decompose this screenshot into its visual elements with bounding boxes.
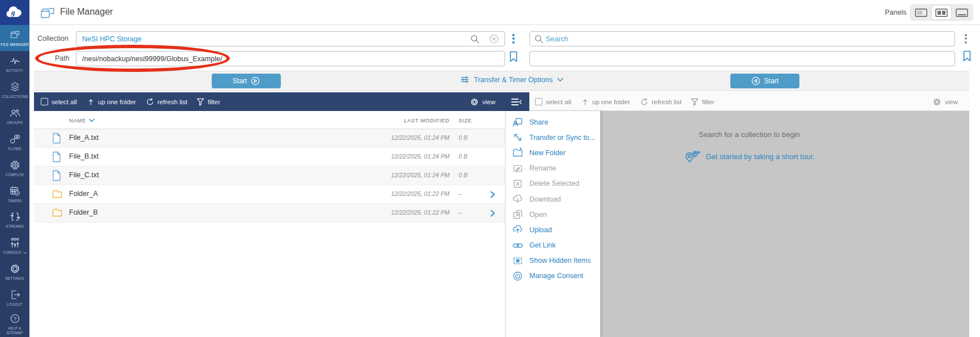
sidebar-item-label: LOGOUT xyxy=(6,302,23,307)
start-transfer-left-button[interactable]: Start xyxy=(212,74,281,88)
globus-logo[interactable]: g xyxy=(0,0,29,25)
folder-size: – xyxy=(459,209,462,216)
collections-icon xyxy=(9,81,21,93)
menu-item-share[interactable]: Share xyxy=(506,114,600,130)
chevron-down-icon xyxy=(557,78,563,82)
file-list-header: NAME LAST MODIFIED SIZE xyxy=(34,111,505,129)
view-button-left[interactable]: view xyxy=(470,92,495,111)
select-all-checkbox-right[interactable] xyxy=(535,98,542,105)
path-input[interactable] xyxy=(76,51,505,66)
select-all-label-right: select all xyxy=(546,99,571,105)
tour-link[interactable]: Get started by taking a short tour. xyxy=(705,152,814,161)
column-header-name[interactable]: NAME xyxy=(69,111,95,129)
table-row-folder-b[interactable]: Folder_B 12/22/2025, 01:22 PM – xyxy=(34,204,505,223)
gear-icon xyxy=(932,97,942,106)
view-label-right: view xyxy=(945,99,958,105)
rename-icon xyxy=(512,163,523,174)
table-row-folder-a[interactable]: Folder_A 12/22/2025, 01:22 PM – xyxy=(34,185,505,204)
filter-button-right[interactable]: filter xyxy=(691,92,714,111)
up-one-folder-button-right[interactable]: up one folder xyxy=(581,92,630,111)
transfer-timer-options-label: Transfer & Timer Options xyxy=(474,76,553,84)
refresh-list-button-right[interactable]: refresh list xyxy=(640,92,682,111)
menu-item-new-folder[interactable]: New Folder xyxy=(506,145,600,160)
refresh-list-label: refresh list xyxy=(157,99,187,105)
transfer-sync-icon xyxy=(512,132,523,143)
sidebar-item-collections[interactable]: COLLECTIONS xyxy=(0,77,29,103)
sidebar-item-compute[interactable]: COMPUTE xyxy=(0,155,29,181)
view-label-left: view xyxy=(482,99,495,105)
file-list: NAME LAST MODIFIED SIZE File_A.txt 12/22… xyxy=(34,111,506,337)
open-folder-chevron-icon[interactable] xyxy=(490,191,495,198)
compute-icon xyxy=(9,159,21,171)
menu-item-show-hidden-items[interactable]: Show Hidden Items xyxy=(506,253,600,268)
menu-item-upload[interactable]: Upload xyxy=(506,222,600,237)
view-button-right[interactable]: view xyxy=(932,92,958,111)
up-one-folder-button[interactable]: up one folder xyxy=(87,92,136,111)
file-name: File_B.txt xyxy=(69,152,99,160)
up-one-folder-label: up one folder xyxy=(98,99,136,105)
sidebar-item-groups[interactable]: GROUPS xyxy=(0,103,29,129)
collection-clear-icon[interactable] xyxy=(489,34,499,44)
tour-pin-icon xyxy=(684,150,701,163)
collection-search-icon[interactable] xyxy=(470,35,480,44)
single-panel-icon xyxy=(915,8,927,17)
folder-size: – xyxy=(459,190,462,197)
path-label: Path xyxy=(55,54,70,62)
collection-options-menu-icon[interactable] xyxy=(510,32,517,45)
open-folder-chevron-icon[interactable] xyxy=(490,210,495,217)
table-row-file-a[interactable]: File_A.txt 12/22/2025, 01:24 PM 0 B xyxy=(34,129,505,148)
start-right-label: Start xyxy=(764,77,778,85)
menu-item-get-link[interactable]: Get Link xyxy=(506,238,600,253)
filter-label: filter xyxy=(208,99,220,105)
panels-double-button[interactable] xyxy=(932,6,951,19)
bookmark-icon-left[interactable] xyxy=(509,51,518,63)
filter-icon xyxy=(691,98,699,106)
groups-icon xyxy=(9,107,21,119)
select-all-checkbox[interactable] xyxy=(41,98,48,105)
play-right-icon xyxy=(251,76,260,86)
search-input[interactable] xyxy=(529,31,955,46)
svg-text:?: ? xyxy=(13,315,16,322)
sidebar-item-label: GROUPS xyxy=(6,121,24,125)
chevron-down-icon xyxy=(23,251,27,254)
start-transfer-right-button[interactable]: Start xyxy=(730,74,799,88)
start-left-label: Start xyxy=(233,77,247,85)
search-options-menu-icon[interactable] xyxy=(962,32,969,45)
sidebar-item-activity[interactable]: ACTIVITY xyxy=(0,51,29,77)
up-one-folder-label-right: up one folder xyxy=(592,99,630,105)
menu-item-transfer-or-sync[interactable]: Transfer or Sync to... xyxy=(506,130,600,145)
table-row-file-b[interactable]: File_B.txt 12/22/2025, 01:24 PM 0 B xyxy=(34,148,505,167)
column-header-size[interactable]: SIZE xyxy=(459,111,472,129)
folder-name: Folder_B xyxy=(69,208,98,216)
panels-single-button[interactable] xyxy=(911,6,931,19)
right-panel-toolbar: select all up one folder refresh list fi… xyxy=(529,92,969,111)
panels-full-button[interactable] xyxy=(952,6,972,19)
sidebar-item-timers[interactable]: TIMERS xyxy=(0,181,29,207)
table-row-file-c[interactable]: File_C.txt 12/22/2025, 01:24 PM 0 B xyxy=(34,167,505,185)
sidebar-item-settings[interactable]: SETTINGS xyxy=(0,259,29,285)
select-all-button-right[interactable]: select all xyxy=(535,92,571,111)
delete-icon xyxy=(512,178,523,189)
show-hidden-icon xyxy=(512,255,523,266)
refresh-list-button[interactable]: refresh list xyxy=(146,92,187,111)
menu-item-manage-consent[interactable]: Manage Consent xyxy=(506,268,600,284)
sidebar-item-flows[interactable]: FLOWS xyxy=(0,129,29,155)
header xyxy=(29,0,980,25)
collection-input[interactable] xyxy=(76,31,505,46)
filter-button[interactable]: filter xyxy=(196,92,220,111)
column-header-last-modified[interactable]: LAST MODIFIED xyxy=(404,111,450,129)
sidebar-item-streams[interactable]: STREAMS xyxy=(0,207,29,233)
transfer-timer-options[interactable]: Transfer & Timer Options xyxy=(460,75,563,84)
download-icon xyxy=(512,194,523,204)
gear-icon xyxy=(470,97,479,106)
sidebar-item-help-sitemap[interactable]: ? HELP & SITEMAP xyxy=(0,311,29,337)
open-icon xyxy=(512,209,523,220)
sidebar-item-file-manager[interactable]: FILE MANAGER xyxy=(0,25,29,51)
bookmark-icon-right[interactable] xyxy=(962,50,972,62)
path-input-right[interactable] xyxy=(529,51,955,66)
select-all-button[interactable]: select all xyxy=(41,92,77,111)
sidebar-item-logout[interactable]: LOGOUT xyxy=(0,285,29,311)
collapse-menu-button[interactable] xyxy=(511,92,522,111)
sidebar-item-label: SETTINGS xyxy=(5,276,24,281)
sidebar-item-console[interactable]: CONSOLE xyxy=(0,233,29,259)
